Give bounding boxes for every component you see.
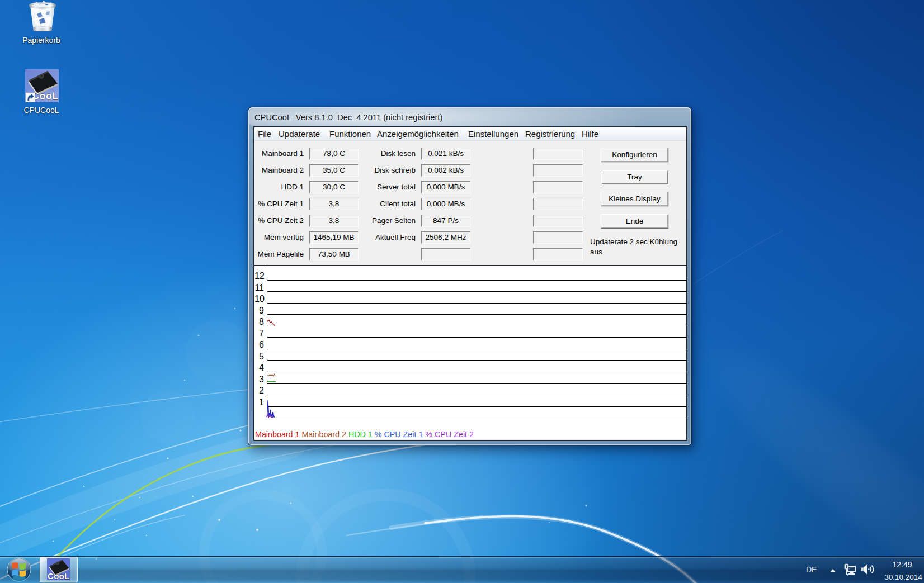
- svg-text:CooL: CooL: [48, 571, 70, 580]
- svg-text:CooL: CooL: [32, 91, 59, 102]
